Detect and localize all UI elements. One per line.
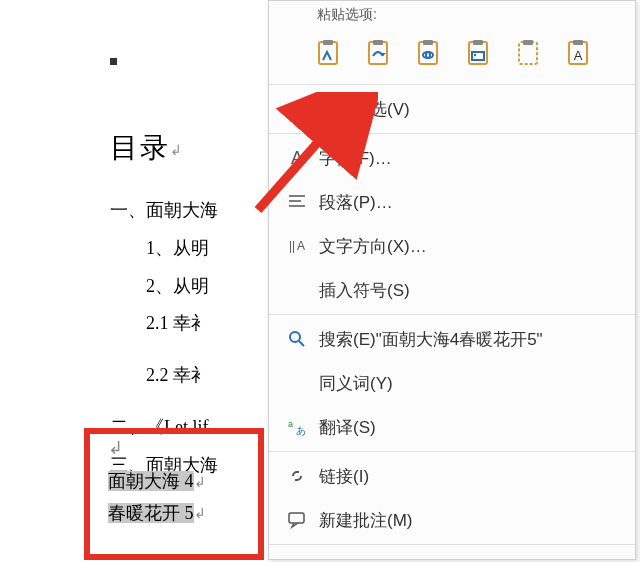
- svg-text:||: ||: [289, 239, 295, 253]
- paragraph-marker: [110, 58, 117, 65]
- paste-text-only-icon[interactable]: [509, 34, 547, 72]
- menu-search[interactable]: 搜索(E)"面朝大海4春暖花开5": [269, 317, 635, 361]
- selected-text-block[interactable]: 面朝大海 4↲ 春暖花开 5↲: [108, 466, 206, 529]
- toc-line-6: 二、《Let lif: [110, 409, 280, 447]
- svg-rect-6: [423, 40, 433, 45]
- para-mark-icon: ↲: [194, 471, 206, 496]
- paragraph-icon: [281, 193, 313, 211]
- svg-point-23: [290, 332, 300, 342]
- paste-keep-source-icon[interactable]: [309, 34, 347, 72]
- svg-point-8: [426, 52, 430, 58]
- comment-icon: [281, 511, 313, 529]
- toc-line-2: 1、从明: [110, 230, 280, 268]
- svg-text:a: a: [288, 419, 293, 429]
- svg-rect-3: [373, 40, 383, 45]
- svg-rect-27: [289, 513, 304, 523]
- paste-icons-row: A: [269, 26, 635, 82]
- font-icon: A: [281, 148, 313, 169]
- selected-line-2[interactable]: 春暖花开 5: [108, 503, 194, 523]
- menu-separator: [269, 451, 635, 452]
- toc-line-1: 一、面朝大海: [110, 192, 280, 230]
- svg-text:あ: あ: [296, 425, 306, 436]
- context-menu: 粘贴选项: A 汉字重选(V) A 字体(F)… 段落(P)…: [268, 0, 636, 560]
- svg-rect-13: [519, 42, 537, 64]
- menu-separator: [269, 133, 635, 134]
- menu-separator: [269, 314, 635, 315]
- svg-line-24: [299, 341, 304, 346]
- paste-options-header: 粘贴选项:: [269, 1, 635, 26]
- link-icon: [281, 466, 313, 486]
- para-mark-icon: ↲: [194, 502, 206, 527]
- menu-text-direction[interactable]: ||A 文字方向(X)…: [269, 224, 635, 268]
- svg-point-12: [474, 54, 476, 56]
- menu-translate[interactable]: aあ 翻译(S): [269, 405, 635, 449]
- paste-keep-text-icon[interactable]: A: [559, 34, 597, 72]
- menu-paragraph[interactable]: 段落(P)…: [269, 180, 635, 224]
- svg-rect-14: [523, 40, 533, 45]
- text-direction-icon: ||A: [281, 236, 313, 256]
- menu-rechoose-hanzi[interactable]: 汉字重选(V): [269, 87, 635, 131]
- toc-line-4: 2.1 幸衤: [110, 305, 280, 343]
- empty-para-mark: ↲: [108, 433, 123, 464]
- toc-title: 目录↲: [110, 129, 280, 167]
- svg-rect-10: [473, 40, 483, 45]
- svg-text:A: A: [297, 239, 305, 253]
- translate-icon: aあ: [281, 417, 313, 437]
- search-icon: [281, 329, 313, 349]
- menu-link[interactable]: 链接(I): [269, 454, 635, 498]
- menu-synonym[interactable]: 同义词(Y): [269, 361, 635, 405]
- menu-font[interactable]: A 字体(F)…: [269, 136, 635, 180]
- paste-link-icon[interactable]: [459, 34, 497, 72]
- para-mark-icon: ↲: [170, 142, 184, 159]
- paste-picture-icon[interactable]: [409, 34, 447, 72]
- selected-line-1[interactable]: 面朝大海 4: [108, 471, 194, 491]
- toc-line-5: 2.2 幸衤: [110, 357, 280, 395]
- svg-rect-11: [472, 52, 484, 60]
- menu-insert-symbol[interactable]: 插入符号(S): [269, 268, 635, 312]
- menu-separator: [269, 544, 635, 545]
- toc-line-3: 2、从明: [110, 268, 280, 306]
- svg-text:A: A: [574, 48, 583, 63]
- svg-rect-16: [573, 40, 583, 45]
- menu-separator: [269, 84, 635, 85]
- paste-merge-icon[interactable]: [359, 34, 397, 72]
- menu-new-comment[interactable]: 新建批注(M): [269, 498, 635, 542]
- svg-rect-1: [323, 40, 333, 45]
